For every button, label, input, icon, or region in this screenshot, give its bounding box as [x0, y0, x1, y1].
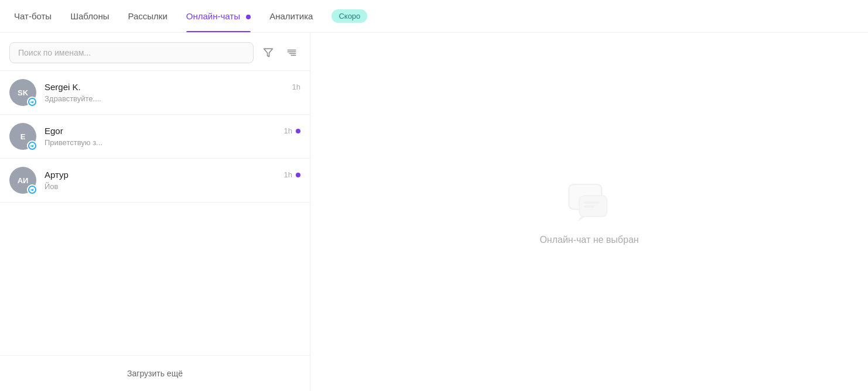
- avatar-e: E: [9, 123, 36, 150]
- telegram-badge-e: [27, 140, 37, 151]
- unread-dot-ai: [296, 173, 300, 177]
- chat-time-e: 1h: [284, 126, 292, 135]
- chat-item-sk[interactable]: SK Sergei K. 1h Здравствуйте....: [0, 71, 310, 115]
- empty-state-text: Онлайн-чат не выбран: [539, 235, 638, 245]
- nav-analytics[interactable]: Аналитика: [269, 1, 313, 32]
- svg-rect-10: [584, 201, 600, 204]
- chat-time-ai: 1h: [284, 170, 292, 179]
- chat-time-row-e: 1h: [284, 126, 300, 135]
- chat-item-ai[interactable]: АИ Артур 1h Йов: [0, 159, 310, 203]
- chat-list: SK Sergei K. 1h Здравствуйте....: [0, 71, 310, 355]
- nav-broadcasts[interactable]: Рассылки: [128, 1, 167, 32]
- chat-preview-e: Приветствую з...: [45, 138, 300, 147]
- chat-name-row-ai: Артур 1h: [45, 170, 300, 180]
- telegram-badge-sk: [27, 97, 37, 107]
- chat-info-ai: Артур 1h Йов: [45, 170, 300, 191]
- right-panel: Онлайн-чат не выбран: [310, 33, 868, 391]
- main-layout: SK Sergei K. 1h Здравствуйте....: [0, 33, 868, 391]
- nav-online-chat[interactable]: Онлайн-чаты: [186, 1, 251, 32]
- chat-item-e[interactable]: E Egor 1h Приветству: [0, 115, 310, 159]
- chat-name-e: Egor: [45, 126, 63, 136]
- unread-dot-e: [296, 129, 300, 133]
- search-input[interactable]: [9, 42, 254, 63]
- nav-templates[interactable]: Шаблоны: [70, 1, 109, 32]
- telegram-badge-ai: [27, 184, 37, 195]
- chat-preview-ai: Йов: [45, 182, 300, 191]
- sort-button[interactable]: [283, 44, 300, 61]
- chat-info-e: Egor 1h Приветствую з...: [45, 126, 300, 147]
- left-panel: SK Sergei K. 1h Здравствуйте....: [0, 33, 310, 391]
- chat-preview-sk: Здравствуйте....: [45, 94, 300, 103]
- empty-state-icon: [563, 179, 616, 225]
- chat-name-row-sk: Sergei K. 1h: [45, 82, 300, 92]
- chat-name-ai: Артур: [45, 170, 69, 180]
- top-nav: Чат-боты Шаблоны Рассылки Онлайн-чаты Ан…: [0, 0, 868, 33]
- load-more-button[interactable]: Загрузить ещё: [118, 365, 192, 382]
- avatar-ai: АИ: [9, 167, 36, 194]
- filter-icon: [263, 47, 274, 58]
- chat-name-row-e: Egor 1h: [45, 126, 300, 136]
- svg-marker-0: [264, 49, 273, 57]
- nav-soon[interactable]: Скоро: [332, 9, 367, 23]
- search-input-wrap: [9, 42, 254, 63]
- nav-chatbots[interactable]: Чат-боты: [14, 1, 52, 32]
- search-bar: [0, 33, 310, 71]
- chat-info-sk: Sergei K. 1h Здравствуйте....: [45, 82, 300, 103]
- chat-time-row-ai: 1h: [284, 170, 300, 179]
- svg-rect-11: [584, 205, 594, 208]
- filter-button[interactable]: [259, 44, 277, 61]
- chat-name-sk: Sergei K.: [45, 82, 81, 92]
- sort-icon: [286, 47, 297, 58]
- online-chat-badge: [246, 15, 251, 19]
- load-more-section: Загрузить ещё: [0, 355, 310, 391]
- avatar-sk: SK: [9, 79, 36, 106]
- chat-time-sk: 1h: [292, 83, 300, 91]
